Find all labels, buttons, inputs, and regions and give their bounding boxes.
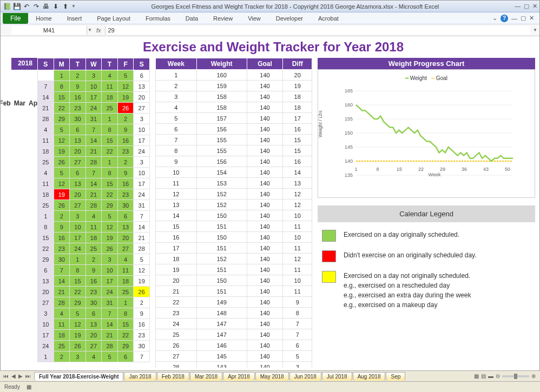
calendar-cell[interactable]: 14 [85,178,102,189]
calendar-cell[interactable]: 10 [70,222,86,232]
ribbon-tab[interactable]: Acrobat [311,14,346,23]
sort-icon[interactable]: ⬆ [61,2,70,11]
table-row[interactable]: 281431403 [156,362,312,368]
calendar-cell[interactable]: 23 [117,146,134,157]
calendar-cell[interactable]: 14 [54,276,70,287]
table-row[interactable]: 251471407 [156,329,312,340]
calendar-cell[interactable]: 5 [117,70,134,81]
ribbon-tab[interactable]: View [240,14,268,23]
calendar-cell[interactable]: 7 [38,81,54,92]
save-icon[interactable]: 💾 [12,2,21,11]
calendar-cell[interactable]: 1 [117,297,134,308]
calendar-cell[interactable]: 24 [102,287,118,297]
calendar-cell[interactable]: 17 [134,135,150,146]
table-row[interactable]: 815514015 [156,145,312,156]
calendar-cell[interactable]: 11 [38,135,54,146]
calendar-cell[interactable]: 3 [70,211,86,222]
calendar-cell[interactable]: 10 [134,168,150,178]
calendar-cell[interactable]: 1 [70,254,86,265]
table-row[interactable]: 1115314013 [156,178,312,189]
calendar-cell[interactable]: 27 [70,200,86,211]
table-row[interactable]: 1215214012 [156,189,312,200]
calendar-cell[interactable]: 28 [85,200,102,211]
calendar-cell[interactable]: 27 [117,243,134,254]
calendar-cell[interactable]: 22 [54,103,70,114]
calendar-cell[interactable]: 6 [38,265,54,276]
calendar-cell[interactable]: 4 [85,351,102,362]
calendar-cell[interactable]: 4 [54,308,70,319]
calendar-cell[interactable]: 12 [102,222,118,232]
calendar-cell[interactable]: 16 [54,232,70,243]
close-workbook-icon[interactable]: ✕ [529,15,534,22]
undo-icon[interactable]: ↶ [22,2,31,11]
calendar-cell[interactable]: 11 [85,222,102,232]
calendar-cell[interactable]: 29 [54,114,70,124]
calendar-cell[interactable]: 20 [134,92,150,103]
calendar-cell[interactable]: 21 [102,330,118,341]
calendar-cell[interactable]: 12 [54,135,70,146]
qat-dropdown-icon[interactable]: ▼ [71,4,76,9]
calendar-cell[interactable]: 17 [38,330,54,341]
chart[interactable]: ━ Weight ┄ Goal Weight / Lbs 16516015515… [318,69,535,198]
calendar-cell[interactable]: 24 [134,189,150,200]
calendar-cell[interactable]: 9 [117,124,134,135]
table-row[interactable]: 1315214012 [156,200,312,210]
calendar-cell[interactable]: 10 [102,265,118,276]
calendar-cell[interactable]: 19 [102,232,118,243]
table-row[interactable]: 116014020 [156,70,312,81]
calendar-cell[interactable]: 12 [54,178,70,189]
calendar-cell[interactable]: 15 [102,135,118,146]
calendar-cell[interactable]: 13 [38,276,54,287]
calendar-cell[interactable]: 17 [102,276,118,287]
ribbon-tab[interactable]: Data [178,14,206,23]
ribbon-tab[interactable]: Page Layout [89,14,138,23]
calendar-table[interactable]: SMTWTFS 12345678910111213141516171819202… [37,58,150,362]
calendar-cell[interactable]: 14 [38,92,54,103]
calendar-cell[interactable]: 14 [102,319,118,330]
calendar-cell[interactable]: 6 [70,124,86,135]
table-row[interactable]: 515714017 [156,113,312,124]
calendar-cell[interactable]: 25 [54,341,70,351]
sheet-tab[interactable]: Jul 2018 [322,372,352,381]
tab-last-icon[interactable]: ⏭ [24,373,32,379]
zoom-out-icon[interactable]: ⊖ [496,373,500,379]
calendar-cell[interactable]: 25 [117,287,134,297]
calendar-cell[interactable]: 13 [134,81,150,92]
calendar-cell[interactable]: 25 [102,103,118,114]
view-layout-icon[interactable]: ▤ [481,373,486,379]
calendar-cell[interactable]: 27 [134,103,150,114]
calendar-cell[interactable]: 17 [70,232,86,243]
calendar-cell[interactable]: 24 [85,103,102,114]
calendar-cell[interactable]: 4 [85,211,102,222]
sheet-tab[interactable]: May 2018 [255,372,289,381]
calendar-cell[interactable]: 20 [85,330,102,341]
calendar-cell[interactable]: 9 [117,168,134,178]
calendar-cell[interactable]: 18 [38,146,54,157]
calendar-cell[interactable]: 26 [54,157,70,168]
maximize-icon[interactable]: ▢ [524,3,529,10]
calendar-cell[interactable]: 12 [70,319,86,330]
calendar-cell[interactable]: 15 [54,92,70,103]
calendar-cell[interactable]: 8 [54,81,70,92]
calendar-cell[interactable]: 8 [38,222,54,232]
calendar-cell[interactable]: 6 [117,351,134,362]
calendar-cell[interactable]: 6 [117,211,134,222]
ribbon-options-icon[interactable]: ⌄ [492,15,497,22]
calendar-cell[interactable]: 22 [102,189,118,200]
calendar-cell[interactable]: 25 [85,243,102,254]
calendar-cell[interactable]: 22 [102,146,118,157]
calendar-cell[interactable]: 28 [134,243,150,254]
sort-icon[interactable]: ⬇ [51,2,60,11]
calendar-cell[interactable]: 18 [85,232,102,243]
sheet-tab[interactable]: Mar 2018 [190,372,222,381]
calendar-cell[interactable]: 2 [117,157,134,168]
calendar-cell[interactable]: 3 [70,351,86,362]
table-row[interactable]: 1715114011 [156,243,312,254]
calendar-cell[interactable]: 9 [70,81,86,92]
calendar-cell[interactable]: 31 [85,114,102,124]
calendar-cell[interactable]: 29 [70,297,86,308]
table-row[interactable]: 1415014010 [156,210,312,221]
calendar-cell[interactable]: 27 [70,157,86,168]
view-normal-icon[interactable]: ▦ [474,373,479,379]
help-icon[interactable]: ? [501,15,508,22]
